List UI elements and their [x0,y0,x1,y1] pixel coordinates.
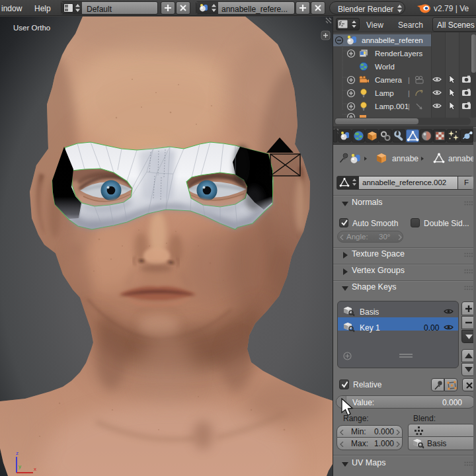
svg-text:User Ortho: User Ortho [13,24,50,32]
svg-text:|: | [408,89,410,97]
svg-text:z: z [16,450,19,456]
svg-text:|: | [408,76,410,84]
svg-text:y: y [19,463,21,469]
svg-text:x: x [34,466,36,472]
